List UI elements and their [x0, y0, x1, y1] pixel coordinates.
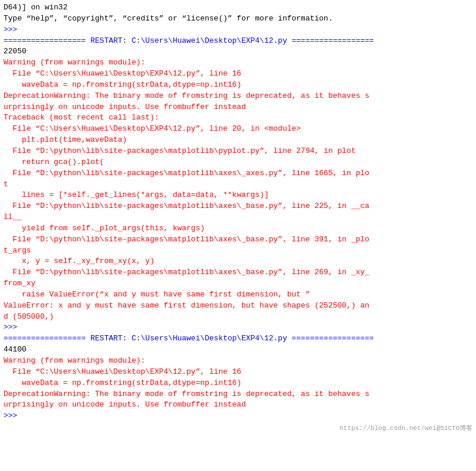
terminal-line: raise ValueError(“x and y must have same…: [4, 289, 472, 301]
terminal-line: plt.plot(time,waveData): [4, 135, 472, 146]
terminal-window: D64)] on win32Type “help”, “copyright”, …: [0, 0, 476, 471]
terminal-line: DeprecationWarning: The binary mode of f…: [4, 91, 472, 102]
terminal-line: D64)] on win32: [4, 2, 472, 13]
terminal-line: >>>: [4, 25, 472, 36]
terminal-line: urprisingly on unicode inputs. Use fromb…: [4, 102, 472, 113]
terminal-line: 22050: [4, 46, 472, 57]
terminal-line: File “D:\python\lib\site-packages\matplo…: [4, 267, 472, 278]
terminal-line: ================== RESTART: C:\Users\Hua…: [4, 333, 472, 344]
terminal-line: urprisingly on unicode inputs. Use fromb…: [4, 400, 472, 411]
terminal-line: ValueError: x and y must have same first…: [4, 301, 472, 312]
terminal-line: File “C:\Users\Huawei\Desktop\EXP4\12.py…: [4, 124, 472, 135]
terminal-line: File “D:\python\lib\site-packages\matplo…: [4, 201, 472, 212]
terminal-line: Warning (from warnings module):: [4, 356, 472, 367]
terminal-line: ll__: [4, 212, 472, 223]
terminal-line: x, y = self._xy_from_xy(x, y): [4, 256, 472, 267]
terminal-line: lines = [*self._get_lines(*args, data=da…: [4, 190, 472, 201]
terminal-line: return gca().plot(: [4, 157, 472, 168]
terminal-line: d (505000,): [4, 312, 472, 323]
terminal-line: >>>: [4, 322, 472, 333]
terminal-line: Type “help”, “copyright”, “credits” or “…: [4, 13, 472, 25]
terminal-line: Warning (from warnings module):: [4, 57, 472, 69]
terminal-line: from_xy: [4, 278, 472, 289]
terminal-line: ================== RESTART: C:\Users\Hua…: [4, 36, 472, 47]
watermark: https://blog.csdn.net/wei@51CTO博客: [4, 424, 472, 434]
terminal-line: File “C:\Users\Huawei\Desktop\EXP4\12.py…: [4, 367, 472, 378]
terminal-line: >>>: [4, 411, 472, 422]
terminal-content: D64)] on win32Type “help”, “copyright”, …: [4, 2, 472, 422]
terminal-line: 44100: [4, 344, 472, 356]
terminal-line: waveData = np.fromstring(strData,dtype=n…: [4, 80, 472, 91]
terminal-line: Traceback (most recent call last):: [4, 112, 472, 124]
terminal-line: File “D:\python\lib\site-packages\matplo…: [4, 168, 472, 179]
terminal-line: t: [4, 179, 472, 190]
terminal-line: waveData = np.fromstring(strData,dtype=n…: [4, 378, 472, 389]
terminal-line: DeprecationWarning: The binary mode of f…: [4, 389, 472, 400]
terminal-line: File “C:\Users\Huawei\Desktop\EXP4\12.py…: [4, 69, 472, 80]
terminal-line: File “D:\python\lib\site-packages\matplo…: [4, 234, 472, 245]
terminal-line: yield from self._plot_args(this, kwargs): [4, 223, 472, 234]
terminal-line: File “D:\python\lib\site-packages\matplo…: [4, 146, 472, 157]
terminal-line: t_args: [4, 245, 472, 257]
